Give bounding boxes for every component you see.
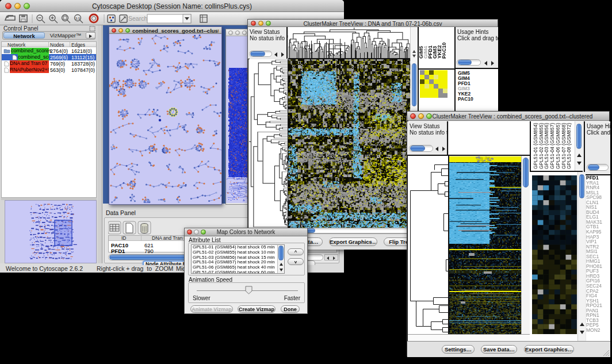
svg-text:Search:: Search:	[128, 15, 149, 22]
svg-text:1:1: 1:1	[75, 17, 80, 20]
